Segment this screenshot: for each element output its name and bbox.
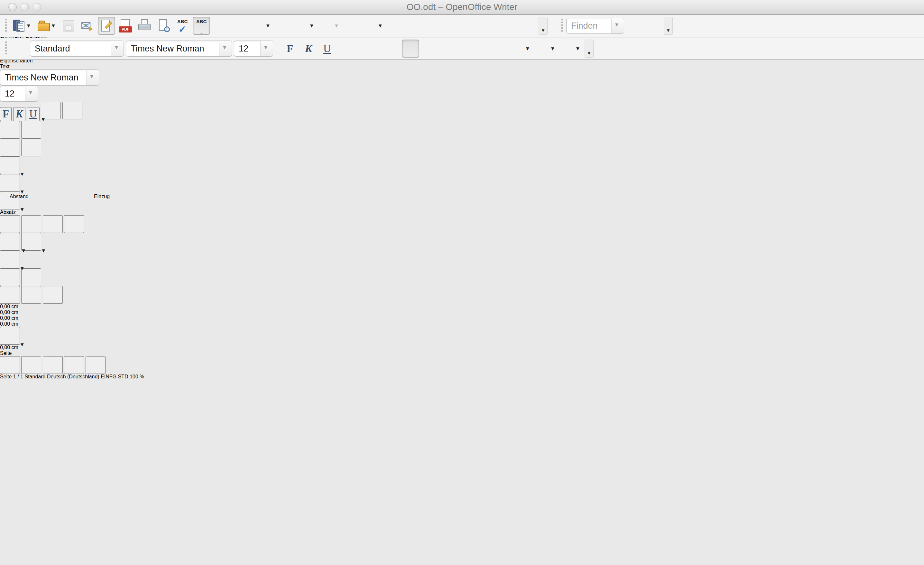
dropdown-arrow-icon[interactable] xyxy=(550,42,556,55)
find-replace-button[interactable] xyxy=(406,17,423,35)
dropdown-arrow-icon[interactable] xyxy=(378,19,384,32)
insert-table-button[interactable] xyxy=(362,17,385,35)
zoom-button[interactable] xyxy=(501,17,518,35)
sidebar-font-name-select[interactable]: Times New Roman xyxy=(0,69,99,85)
after-text-indent-field[interactable]: 0,00 cm xyxy=(0,321,924,327)
tab-navigator[interactable] xyxy=(86,356,105,374)
paragraph-background-color-button[interactable] xyxy=(0,251,20,268)
status-insert-mode[interactable]: EINFG xyxy=(101,374,117,379)
find-next-button[interactable] xyxy=(626,17,643,35)
print-button[interactable] xyxy=(136,17,153,35)
grow-font-button[interactable] xyxy=(0,139,20,156)
sidebar-menu-button[interactable] xyxy=(0,356,20,374)
status-page-number[interactable]: Seite 1 / 1 xyxy=(0,374,23,379)
align-justify-button[interactable] xyxy=(402,40,419,58)
toolbar-grip[interactable] xyxy=(5,42,7,55)
align-left-button[interactable] xyxy=(344,40,361,58)
toolbar-grip[interactable] xyxy=(5,19,7,33)
toolbar-overflow-button[interactable] xyxy=(585,40,594,58)
sidebar-bold-button[interactable]: F xyxy=(0,107,12,121)
toolbar-overflow-button[interactable] xyxy=(664,17,673,35)
numbered-list-button[interactable] xyxy=(428,40,445,58)
sidebar-font-size-select[interactable]: 12 xyxy=(0,85,38,102)
edit-file-button[interactable] xyxy=(98,17,115,35)
sidebar-align-left-button[interactable] xyxy=(0,215,20,233)
email-document-button[interactable] xyxy=(79,17,96,35)
sidebar-increase-indent-button[interactable] xyxy=(0,286,20,304)
font-name-select[interactable]: Times New Roman xyxy=(126,40,232,57)
above-paragraph-spacing-field[interactable]: 0,00 cm xyxy=(0,304,924,310)
before-text-indent-field[interactable]: 0,00 cm xyxy=(0,310,924,315)
toolbar-grip[interactable] xyxy=(561,19,563,33)
open-button[interactable] xyxy=(35,17,58,35)
find-previous-button[interactable] xyxy=(645,17,662,35)
auto-spellcheck-button[interactable] xyxy=(193,17,210,35)
export-pdf-button[interactable] xyxy=(117,17,134,35)
draw-functions-button[interactable] xyxy=(387,17,404,35)
increase-paragraph-spacing-button[interactable] xyxy=(0,268,20,286)
paste-button[interactable] xyxy=(250,17,273,35)
sidebar-font-color-button[interactable] xyxy=(0,174,20,192)
close-sidebar-button[interactable] xyxy=(909,3,912,4)
dropdown-arrow-icon[interactable] xyxy=(334,19,340,32)
tab-gallery[interactable] xyxy=(64,356,84,374)
sidebar-align-justify-button[interactable] xyxy=(64,215,84,233)
sidebar-character-dialog-button[interactable] xyxy=(62,102,82,119)
sidebar-align-right-button[interactable] xyxy=(43,215,63,233)
font-size-select[interactable]: 12 xyxy=(234,40,273,57)
font-color-button[interactable] xyxy=(509,40,532,58)
status-zoom-level[interactable]: 100 % xyxy=(130,374,144,379)
sidebar-bullet-list-button[interactable] xyxy=(0,233,20,251)
nonprinting-characters-button[interactable] xyxy=(482,17,499,35)
first-line-indent-field[interactable]: 0,00 cm xyxy=(0,345,924,351)
underline-button[interactable]: U xyxy=(319,40,336,58)
background-color-button[interactable] xyxy=(560,40,583,58)
data-sources-button[interactable] xyxy=(463,17,480,35)
sidebar-underline-button[interactable]: U xyxy=(27,107,40,121)
status-language[interactable]: Deutsch (Deutschland) xyxy=(47,374,99,379)
sidebar-decrease-indent-button[interactable] xyxy=(21,286,41,304)
undo-button[interactable] xyxy=(293,17,316,35)
toolbar-overflow-button[interactable] xyxy=(538,17,548,35)
below-paragraph-spacing-field[interactable]: 0,00 cm xyxy=(0,315,924,321)
sidebar-align-center-button[interactable] xyxy=(21,215,41,233)
hanging-indent-button[interactable] xyxy=(43,286,63,304)
hyperlink-button[interactable] xyxy=(343,17,360,35)
tab-properties[interactable] xyxy=(21,356,41,374)
decrease-indent-button[interactable] xyxy=(466,40,483,58)
dropdown-arrow-icon[interactable] xyxy=(576,42,581,55)
new-document-button[interactable] xyxy=(10,17,33,35)
align-right-button[interactable] xyxy=(382,40,400,58)
bold-button[interactable]: F xyxy=(282,40,298,58)
line-spacing-button[interactable] xyxy=(0,327,20,345)
shrink-font-button[interactable] xyxy=(21,139,41,156)
spellcheck-button[interactable] xyxy=(174,17,191,35)
format-paintbrush-button[interactable] xyxy=(274,17,292,35)
find-input[interactable]: Finden xyxy=(566,18,624,34)
help-button[interactable] xyxy=(520,17,537,35)
character-spacing-button[interactable] xyxy=(0,156,20,174)
status-selection-mode[interactable]: STD xyxy=(118,374,128,379)
italic-button[interactable]: K xyxy=(300,40,317,58)
navigator-button[interactable] xyxy=(424,17,442,35)
lower-position-button[interactable] xyxy=(21,121,41,139)
highlighting-button[interactable] xyxy=(534,40,558,58)
sidebar-italic-button[interactable]: K xyxy=(13,107,26,121)
styles-window-button[interactable] xyxy=(10,40,28,58)
paragraph-style-select[interactable]: Standard xyxy=(30,40,124,57)
gallery-button[interactable] xyxy=(444,17,461,35)
dropdown-arrow-icon[interactable] xyxy=(309,19,315,32)
sidebar-strikethrough-button[interactable] xyxy=(41,102,61,119)
decrease-paragraph-spacing-button[interactable] xyxy=(21,268,41,286)
dropdown-arrow-icon[interactable] xyxy=(525,42,531,55)
bullet-list-button[interactable] xyxy=(447,40,464,58)
dropdown-arrow-icon[interactable] xyxy=(51,19,57,32)
status-paragraph-style[interactable]: Standard xyxy=(25,374,46,379)
raise-position-button[interactable] xyxy=(0,121,20,139)
page-preview-button[interactable] xyxy=(155,17,172,35)
dropdown-arrow-icon[interactable] xyxy=(266,19,272,32)
dropdown-arrow-icon[interactable] xyxy=(26,19,32,32)
align-center-button[interactable] xyxy=(363,40,381,58)
increase-indent-button[interactable] xyxy=(486,40,503,58)
sidebar-numbered-list-button[interactable] xyxy=(21,233,41,251)
